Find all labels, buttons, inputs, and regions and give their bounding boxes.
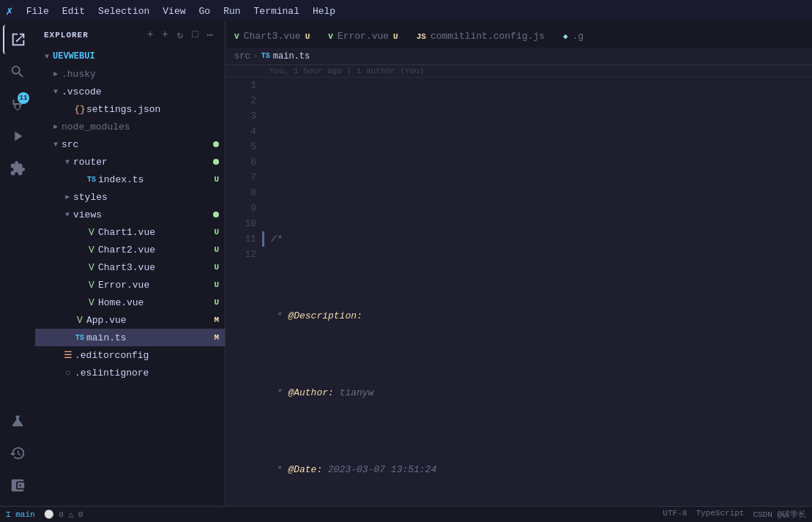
chart2-label: Chart2.vue: [98, 245, 214, 256]
menu-terminal[interactable]: Terminal: [248, 4, 305, 18]
search-activity-icon[interactable]: [3, 57, 32, 86]
router-arrow: ▼: [62, 158, 73, 166]
sidebar-content: ▼ UEVWEBUI ► .husky ▼ .vscode {} setting…: [35, 48, 225, 506]
tab-modified-error: U: [393, 32, 398, 41]
code-lines[interactable]: /* * @Description: * @Author: tianyw * @…: [262, 78, 812, 506]
run-debug-activity-icon[interactable]: [3, 122, 32, 151]
sidebar-item-node-modules[interactable]: ► node_modules: [35, 118, 225, 135]
src-label: src: [62, 139, 213, 150]
line-num-2: 2: [234, 93, 256, 108]
new-file-button[interactable]: +: [144, 27, 156, 42]
sidebar-item-src[interactable]: ▼ src: [35, 135, 225, 153]
extensions-activity-icon[interactable]: [3, 154, 32, 183]
code-line-2: * @Description:: [271, 308, 803, 324]
error-badge: U: [214, 280, 219, 289]
explorer-activity-icon[interactable]: [3, 25, 32, 54]
vue-icon-chart3: V: [85, 262, 98, 273]
node-modules-label: node_modules: [62, 122, 225, 133]
husky-label: .husky: [62, 69, 225, 80]
breadcrumb-sep-1: ›: [253, 51, 258, 61]
tab-icon-chart3: V: [234, 32, 239, 41]
tab-dotg[interactable]: ◆ .g: [554, 24, 593, 48]
menu-help[interactable]: Help: [307, 4, 341, 18]
sidebar-item-router[interactable]: ▼ router: [35, 153, 225, 171]
app-label: App.vue: [86, 315, 214, 326]
main-layout: 11 EXPLORER + + ↻ □: [0, 22, 812, 506]
more-actions-button[interactable]: ⋯: [204, 27, 216, 42]
code-line-3: * @Author: tianyw: [271, 385, 803, 400]
chart2-badge: U: [214, 245, 219, 254]
code-token-l1: /*: [271, 231, 283, 247]
remote-activity-icon[interactable]: [3, 471, 32, 500]
config-icon-editor: ☰: [62, 349, 75, 361]
menu-go[interactable]: Go: [193, 4, 217, 18]
home-label: Home.vue: [98, 297, 214, 308]
status-credit: CSDN @碳学长: [753, 509, 806, 520]
history-activity-icon[interactable]: [3, 439, 32, 468]
tab-icon-dotg: ◆: [563, 31, 568, 41]
styles-label: styles: [73, 192, 225, 203]
sidebar-item-chart1-vue[interactable]: V Chart1.vue U: [35, 223, 225, 241]
flask-activity-icon[interactable]: [3, 406, 32, 436]
editor-area: V Chart3.vue U V Error.vue U JS commitli…: [226, 22, 812, 506]
status-errors[interactable]: ⚪ 0 △ 0: [44, 510, 83, 519]
sidebar-item-app-vue[interactable]: V App.vue M: [35, 311, 225, 329]
views-modified-dot: [213, 212, 219, 217]
sidebar-item-main-ts[interactable]: TS main.ts M: [35, 329, 225, 346]
sidebar-item-index-ts[interactable]: TS index.ts U: [35, 171, 225, 188]
activity-bar: 11: [0, 22, 35, 506]
app-badge: M: [214, 316, 219, 324]
editorconfig-label: .editorconfig: [75, 350, 225, 361]
status-right: UTF-8 TypeScript CSDN @碳学长: [663, 509, 806, 520]
sidebar-actions: + + ↻ □ ⋯: [144, 27, 216, 42]
tab-error-vue[interactable]: V Error.vue U: [319, 24, 407, 48]
new-folder-button[interactable]: +: [159, 27, 171, 42]
tab-label-dotg: .g: [573, 31, 584, 42]
tab-commitlint[interactable]: JS commitlint.config.js: [408, 24, 554, 48]
refresh-button[interactable]: ↻: [174, 27, 186, 42]
tab-chart3-vue[interactable]: V Chart3.vue U: [226, 24, 319, 48]
sidebar-item-chart3-vue[interactable]: V Chart3.vue U: [35, 258, 225, 276]
code-area: You, 1 hour ago | 1 author (You) 1 2 3 4…: [226, 65, 812, 506]
home-badge: U: [214, 298, 219, 307]
menu-edit[interactable]: Edit: [56, 4, 91, 18]
menu-file[interactable]: File: [21, 4, 55, 18]
line-num-3: 3: [234, 108, 256, 124]
ts-icon-main: TS: [73, 334, 86, 342]
sidebar-item-styles[interactable]: ► styles: [35, 188, 225, 206]
sidebar-item-vscode[interactable]: ▼ .vscode: [35, 83, 225, 100]
src-arrow: ▼: [50, 141, 62, 149]
status-branch[interactable]: ⌶ main: [6, 510, 35, 519]
collapse-button[interactable]: □: [189, 27, 201, 42]
status-encoding: UTF-8: [663, 509, 687, 520]
sidebar-item-chart2-vue[interactable]: V Chart2.vue U: [35, 241, 225, 258]
vue-icon-app: V: [73, 315, 86, 326]
code-line-1: /*: [271, 231, 803, 247]
menu-bar: ✗ File Edit Selection View Go Run Termin…: [0, 0, 812, 22]
menu-selection[interactable]: Selection: [92, 4, 155, 18]
line-num-5: 5: [234, 139, 256, 154]
sidebar-item-eslintignore[interactable]: ○ .eslintignore: [35, 364, 225, 381]
sidebar-item-settings-json[interactable]: {} settings.json: [35, 100, 225, 118]
vs-logo: ✗: [6, 4, 13, 18]
sidebar-item-error-vue[interactable]: V Error.vue U: [35, 276, 225, 294]
json-icon: {}: [73, 104, 86, 115]
vscode-arrow: ▼: [50, 88, 62, 96]
menu-run[interactable]: Run: [217, 4, 246, 18]
source-control-activity-icon[interactable]: 11: [3, 89, 32, 119]
line-num-12: 12: [234, 247, 256, 262]
sidebar-item-editorconfig[interactable]: ☰ .editorconfig: [35, 346, 225, 364]
menu-view[interactable]: View: [157, 4, 191, 18]
views-label: views: [73, 209, 213, 220]
sidebar-item-views[interactable]: ▼ views: [35, 206, 225, 223]
status-lang: TypeScript: [696, 509, 744, 520]
sidebar-item-husky[interactable]: ► .husky: [35, 65, 225, 83]
git-blame: You, 1 hour ago | 1 author (You): [226, 65, 812, 78]
code-content[interactable]: 1 2 3 4 5 6 7 8 9 10 11 12: [226, 78, 812, 506]
sidebar-item-root[interactable]: ▼ UEVWEBUI: [35, 48, 225, 65]
main-ts-label: main.ts: [86, 332, 214, 343]
sidebar-item-home-vue[interactable]: V Home.vue U: [35, 294, 225, 311]
line-numbers: 1 2 3 4 5 6 7 8 9 10 11 12: [226, 78, 262, 506]
activity-bar-bottom: [3, 406, 32, 506]
chart3-badge: U: [214, 263, 219, 272]
